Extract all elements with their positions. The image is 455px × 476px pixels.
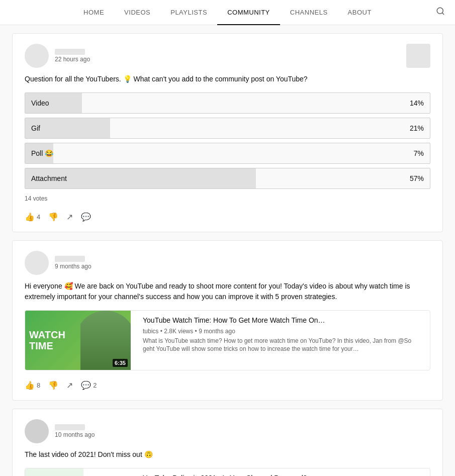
share-icon-2: ↗ [66, 380, 73, 390]
tab-about[interactable]: ABOUT [338, 0, 382, 25]
post-thumbnail-1 [406, 44, 430, 68]
channel-name-3 [55, 424, 85, 430]
poll-option-gif[interactable]: Gif 21% [25, 118, 430, 139]
post-body-2: Hi everyone 🥰 We are back on YouTube and… [25, 281, 430, 302]
thumb-text-watchtime: WATCHTIME [29, 329, 65, 351]
thumbs-down-icon-1: 👎 [48, 212, 58, 222]
like-count-1: 4 [37, 213, 40, 221]
comment-count-2: 2 [93, 382, 97, 389]
tab-community[interactable]: COMMUNITY [217, 0, 280, 25]
poll-options-1: Video 14% Gif 21% Poll 😂 7% Attachment 5… [25, 92, 430, 189]
nav-tabs: HOME VIDEOS PLAYLISTS COMMUNITY CHANNELS… [10, 0, 445, 25]
poll-pct-poll: 7% [414, 149, 424, 157]
share-icon-1: ↗ [66, 212, 73, 222]
thumb-text-area-policy: Your Guide to YouTube2021Changes [25, 468, 83, 476]
post-actions-1: 👍 4 👎 ↗ 💬 [25, 208, 430, 222]
post-meta-2: 9 months ago [55, 256, 92, 270]
post-header-1: 22 hours ago [25, 44, 430, 68]
comment-button-1[interactable]: 💬 [81, 212, 91, 222]
post-time-3: 10 months ago [55, 431, 95, 438]
dislike-button-1[interactable]: 👎 [48, 212, 58, 222]
post-time-2: 9 months ago [55, 263, 92, 270]
like-button-1[interactable]: 👍 4 [25, 212, 40, 222]
comment-icon-1: 💬 [81, 212, 91, 222]
post-meta-1: 22 hours ago [55, 49, 90, 63]
video-thumbnail-policy: Your Guide to YouTube2021Changes 6:38 [25, 468, 131, 476]
post-card-watchtime: 9 months ago Hi everyone 🥰 We are back o… [12, 240, 443, 401]
share-button-2[interactable]: ↗ [66, 380, 73, 390]
poll-label-video: Video [31, 99, 406, 107]
poll-pct-video: 14% [410, 99, 424, 107]
video-desc-watchtime: What is YouTube watch time? How to get m… [143, 337, 424, 354]
video-card-watchtime[interactable]: WATCHTIME 6:35 YouTube Watch Time: How T… [25, 310, 430, 370]
community-feed: 22 hours ago Question for all the YouTub… [0, 25, 455, 476]
tab-playlists[interactable]: PLAYLISTS [160, 0, 217, 25]
tab-videos[interactable]: VIDEOS [114, 0, 160, 25]
tab-home[interactable]: HOME [73, 0, 114, 25]
avatar-1 [25, 44, 49, 68]
avatar-2 [25, 251, 49, 275]
video-thumbnail-watchtime: WATCHTIME 6:35 [25, 311, 131, 370]
video-card-policy[interactable]: Your Guide to YouTube2021Changes 6:38 Yo… [25, 468, 430, 476]
post-header-2: 9 months ago [25, 251, 430, 275]
post-time-1: 22 hours ago [55, 56, 90, 63]
post-meta-3: 10 months ago [55, 424, 95, 438]
poll-pct-gif: 21% [410, 124, 424, 132]
video-duration-watchtime: 6:35 [113, 359, 128, 367]
channel-name-2 [55, 256, 85, 262]
search-icon[interactable] [436, 7, 445, 18]
poll-pct-attachment: 57% [410, 174, 424, 182]
tab-channels[interactable]: CHANNELS [280, 0, 338, 25]
poll-option-video[interactable]: Video 14% [25, 92, 430, 114]
poll-label-gif: Gif [31, 124, 406, 132]
share-button-1[interactable]: ↗ [66, 212, 73, 222]
like-button-2[interactable]: 👍 8 [25, 380, 40, 390]
thumbs-down-icon-2: 👎 [48, 380, 58, 390]
post-body-1: Question for all the YouTubers. 💡 What c… [25, 74, 430, 84]
poll-votes: 14 votes [25, 195, 430, 202]
comment-icon-2: 💬 [81, 380, 91, 390]
like-count-2: 8 [37, 382, 40, 389]
video-title-watchtime: YouTube Watch Time: How To Get More Watc… [143, 316, 424, 326]
post-card-poll: 22 hours ago Question for all the YouTub… [12, 33, 443, 232]
svg-line-1 [442, 13, 443, 14]
dislike-button-2[interactable]: 👎 [48, 380, 58, 390]
video-info-policy: YouTube Policy in 2021 - Is Your Channel… [137, 468, 430, 476]
video-channel-watchtime: tubics • 2.8K views • 9 months ago [143, 328, 424, 335]
poll-label-attachment: Attachment [31, 174, 406, 182]
video-info-watchtime: YouTube Watch Time: How To Get More Watc… [137, 311, 430, 370]
avatar-3 [25, 419, 49, 443]
poll-label-poll: Poll 😂 [31, 149, 410, 157]
post-actions-2: 👍 8 👎 ↗ 💬 2 [25, 376, 430, 390]
channel-name-1 [55, 49, 85, 55]
comment-button-2[interactable]: 💬 2 [81, 380, 97, 390]
thumbs-up-icon-2: 👍 [25, 380, 35, 390]
poll-option-attachment[interactable]: Attachment 57% [25, 168, 430, 189]
navigation: HOME VIDEOS PLAYLISTS COMMUNITY CHANNELS… [0, 0, 455, 25]
video-title-policy: YouTube Policy in 2021 - Is Your Channel… [143, 473, 424, 476]
thumbs-up-icon-1: 👍 [25, 212, 35, 222]
post-header-3: 10 months ago [25, 419, 430, 443]
post-card-policy: 10 months ago The last video of 2021! Do… [12, 409, 443, 476]
post-body-3: The last video of 2021! Don't miss out 🙃 [25, 449, 430, 460]
poll-option-poll[interactable]: Poll 😂 7% [25, 143, 430, 164]
